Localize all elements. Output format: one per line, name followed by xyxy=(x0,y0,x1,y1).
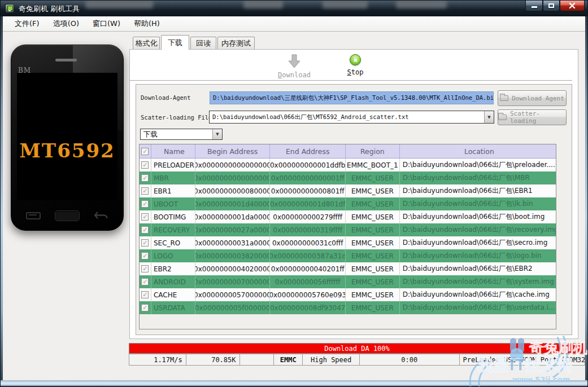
cell-end-address: 0x000000000279ffff xyxy=(270,210,346,223)
row-checkbox[interactable]: ✓ xyxy=(141,213,149,221)
stop-action-button[interactable]: Stop xyxy=(338,54,373,76)
cell-end-address: 0x000000000387a31d xyxy=(270,249,346,262)
minimize-button[interactable] xyxy=(525,1,543,11)
cell-region: EMMC_USER xyxy=(346,236,400,249)
header-checkbox-cell[interactable]: ✓ xyxy=(140,144,151,158)
row-checkbox[interactable]: ✓ xyxy=(141,239,149,247)
chevron-down-icon[interactable]: ▼ xyxy=(212,129,222,139)
header-begin-address[interactable]: Begin Address xyxy=(195,144,271,158)
table-row[interactable]: ✓USRDATA0x000000005f0000000x000000008df9… xyxy=(140,301,556,314)
status-bar: 1.17M/s70.85KEMMCHigh Speed0:00PreLoader… xyxy=(129,354,585,366)
cell-name: MBR xyxy=(151,171,195,184)
cell-name: ANDROID xyxy=(151,275,195,288)
tab-readback[interactable]: 回读 xyxy=(190,37,216,49)
cell-end-address: 0x00000000040201ff xyxy=(270,262,346,275)
row-checkbox[interactable]: ✓ xyxy=(141,161,149,169)
maximize-button[interactable] xyxy=(543,1,560,11)
download-agent-path: D:\baiduyundownload\三星线刷包\大神F1\SP_Flash_… xyxy=(213,94,494,102)
cell-end-address: 0x000000005760e093 xyxy=(270,288,346,301)
cell-name: CACHE xyxy=(151,288,195,301)
tab-memory-test[interactable]: 内存测试 xyxy=(217,37,255,49)
row-checkbox[interactable]: ✓ xyxy=(141,304,149,311)
cell-begin-address: 0x0000000001da0000 xyxy=(195,210,271,223)
phone-screen: MT6592 xyxy=(17,73,117,200)
table-row[interactable]: ✓CACHE0x00000000570000000x000000005760e0… xyxy=(140,288,556,301)
download-agent-label: Download-Agent xyxy=(141,94,191,101)
download-agent-button-label: Download Agent xyxy=(512,95,564,102)
scatter-dropdown-button[interactable]: ▼ xyxy=(484,111,494,123)
cell-begin-address: 0x00000000027a0000 xyxy=(195,223,271,236)
row-checkbox[interactable]: ✓ xyxy=(141,291,149,298)
partition-table: ✓ Name Begin Address End Address Region … xyxy=(139,144,556,329)
partition-table-body: ✓PRELOADER0x00000000000000000x0000000000… xyxy=(140,159,556,314)
phone-home-button xyxy=(55,210,80,221)
maximize-icon xyxy=(548,3,554,8)
cell-location: D:\baiduyundownload\066出厂包\system.img xyxy=(400,275,556,288)
cell-begin-address: 0x0000000007000000 xyxy=(195,275,271,288)
menu-window[interactable]: 窗口(W) xyxy=(87,16,126,31)
close-button[interactable] xyxy=(560,1,585,11)
table-row[interactable]: ✓BOOTIMG0x0000000001da00000x000000000279… xyxy=(140,210,556,223)
header-name[interactable]: Name xyxy=(151,144,195,158)
row-checkbox[interactable]: ✓ xyxy=(141,187,149,195)
table-row[interactable]: ✓EBR10x00000000000800000x00000000000801f… xyxy=(140,184,556,197)
table-row[interactable]: ✓EBR20x00000000040200000x00000000040201f… xyxy=(140,262,556,275)
scatter-file-path: D:\baiduyundownload\066出厂包\MT6592_Androi… xyxy=(210,113,484,121)
download-action-button[interactable]: Download xyxy=(272,54,317,79)
mode-select[interactable]: 下载 ▼ xyxy=(140,129,223,140)
cell-region: EMMC_USER xyxy=(346,288,400,301)
scatter-loading-button[interactable]: Scatter-loading xyxy=(498,109,567,125)
cell-end-address: 0x0000000001d801df xyxy=(270,197,346,210)
close-icon xyxy=(569,2,576,9)
header-region[interactable]: Region xyxy=(346,144,400,158)
row-checkbox-cell: ✓ xyxy=(140,210,151,223)
row-checkbox[interactable]: ✓ xyxy=(141,278,149,285)
row-checkbox-cell: ✓ xyxy=(140,275,151,288)
table-row[interactable]: ✓PRELOADER0x00000000000000000x0000000000… xyxy=(140,159,556,171)
stop-icon xyxy=(350,54,361,65)
status-size: 70.85K xyxy=(186,354,240,365)
header-location[interactable]: Location xyxy=(400,144,556,158)
menu-options[interactable]: 选项(O) xyxy=(47,16,85,31)
tab-format[interactable]: 格式化 xyxy=(133,37,160,49)
row-checkbox[interactable]: ✓ xyxy=(141,226,149,234)
row-checkbox[interactable]: ✓ xyxy=(141,252,149,260)
cell-begin-address: 0x0000000004020000 xyxy=(195,262,271,275)
header-end-address[interactable]: End Address xyxy=(270,144,346,158)
cell-end-address: 0x000000008df93047 xyxy=(270,301,346,314)
app-icon xyxy=(5,4,14,13)
table-row[interactable]: ✓ANDROID0x00000000070000000x0000000056ff… xyxy=(140,275,556,288)
scatter-file-combobox[interactable]: D:\baiduyundownload\066出厂包\MT6592_Androi… xyxy=(209,111,494,124)
menu-help[interactable]: 帮助(H) xyxy=(128,16,165,31)
row-checkbox[interactable]: ✓ xyxy=(141,265,149,272)
table-row[interactable]: ✓MBR0x00000000000000000x00000000000001ff… xyxy=(140,171,556,184)
menu-bar: 文件(F) 选项(O) 窗口(W) 帮助(H) xyxy=(1,16,588,32)
menu-file[interactable]: 文件(F) xyxy=(9,16,45,31)
cell-end-address: 0x00000000000001ff xyxy=(270,171,346,184)
cell-begin-address: 0x0000000000000000 xyxy=(195,171,271,184)
cell-location: D:\baiduyundownload\066出厂包\lk.bin xyxy=(400,197,556,210)
table-row[interactable]: ✓RECOVERY0x00000000027a00000x00000000031… xyxy=(140,223,556,236)
download-agent-field[interactable]: D:\baiduyundownload\三星线刷包\大神F1\SP_Flash_… xyxy=(210,91,494,104)
row-checkbox[interactable]: ✓ xyxy=(141,174,149,182)
cell-region: EMMC_USER xyxy=(346,249,400,262)
cell-region: EMMC_USER xyxy=(346,197,400,210)
table-row[interactable]: ✓LOGO0x00000000038200000x000000000387a31… xyxy=(140,249,556,262)
table-row[interactable]: ✓UBOOT0x0000000001d400000x0000000001d801… xyxy=(140,197,556,210)
cell-end-address: 0x00000000000801ff xyxy=(270,184,346,197)
select-all-checkbox[interactable]: ✓ xyxy=(141,148,149,155)
table-row[interactable]: ✓SEC_RO0x00000000031a00000x00000000031c0… xyxy=(140,236,556,249)
row-checkbox[interactable]: ✓ xyxy=(141,200,149,208)
phone-chip-label: MT6592 xyxy=(17,139,117,162)
cell-location: D:\baiduyundownload\066出厂包\boot.img xyxy=(400,210,556,223)
phone-preview: BM MT6592 xyxy=(11,45,124,231)
progress-bar: Download DA 100% xyxy=(129,343,585,354)
title-bar[interactable]: 奇兔刷机 刷机工具 xyxy=(1,1,588,16)
download-agent-button[interactable]: Download Agent xyxy=(498,90,567,106)
scatter-button-label: Scatter-loading xyxy=(510,110,566,125)
chevron-down-icon: ▼ xyxy=(487,115,490,120)
cell-name: RECOVERY xyxy=(151,223,195,236)
cell-region: EMMC_USER xyxy=(346,210,400,223)
row-checkbox-cell: ✓ xyxy=(140,159,151,171)
tab-download[interactable]: 下载 xyxy=(161,35,189,50)
